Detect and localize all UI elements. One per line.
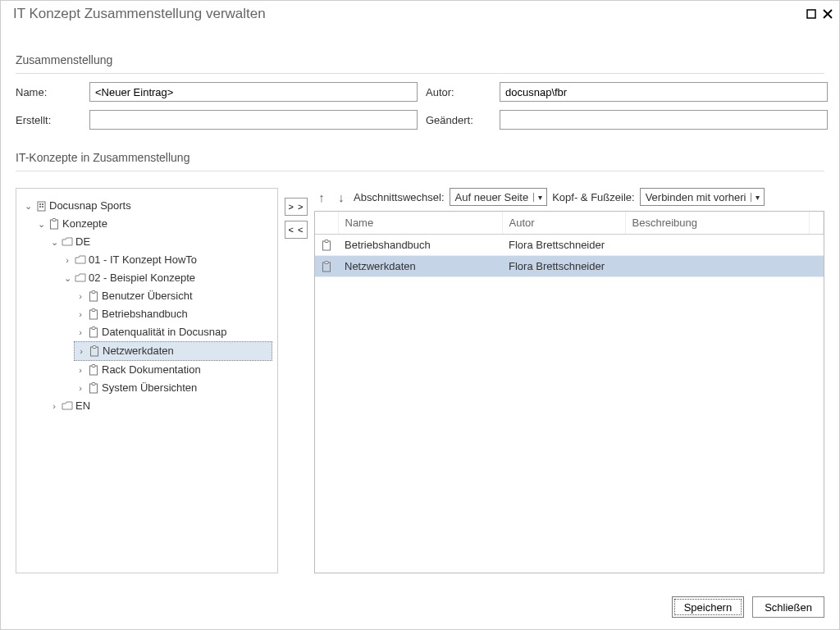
header-footer-combo[interactable]: Verbinden mit vorheri ▾ (640, 188, 765, 206)
svg-rect-25 (325, 261, 328, 263)
name-input[interactable] (89, 82, 418, 102)
tree-label: Betriebshandbuch (102, 305, 188, 323)
tree-folder-02[interactable]: ⌄ 02 - Beispiel Konzepte (61, 269, 272, 287)
chevron-down-icon[interactable]: ▾ (751, 193, 764, 202)
save-button[interactable]: Speichern (672, 596, 745, 618)
tree-item[interactable]: ›Benutzer Übersicht (74, 287, 272, 305)
tree-label: 01 - IT Konzept HowTo (89, 251, 197, 269)
tree-item[interactable]: ›System Übersichten (74, 379, 272, 397)
tree-item-selected[interactable]: ›Netzwerkdaten (74, 341, 272, 361)
clipboard-icon (322, 240, 331, 251)
chevron-down-icon[interactable]: ⌄ (36, 215, 46, 233)
col-spacer (810, 212, 824, 235)
svg-rect-0 (807, 10, 815, 18)
chevron-down-icon[interactable]: ⌄ (49, 233, 59, 251)
clipboard-icon (88, 326, 99, 338)
tree-en-folder[interactable]: › EN (48, 397, 272, 415)
chevron-right-icon[interactable]: › (49, 397, 59, 415)
svg-rect-13 (92, 309, 95, 312)
chevron-down-icon[interactable]: ⌄ (23, 197, 33, 215)
section-concepts-label: IT-Konzepte in Zusammenstellung (1, 149, 839, 167)
tree-item[interactable]: ›Datenqualität in Docusnap (74, 323, 272, 341)
tree-item[interactable]: ›Betriebshandbuch (74, 305, 272, 323)
clipboard-icon (88, 382, 99, 394)
clipboard-icon (88, 290, 99, 302)
created-input[interactable] (89, 110, 418, 130)
tree-label: System Übersichten (102, 379, 197, 397)
tree-de-folder[interactable]: ⌄ DE (48, 233, 272, 251)
chevron-right-icon[interactable]: › (75, 287, 85, 305)
svg-rect-21 (92, 383, 95, 386)
chevron-right-icon[interactable]: › (76, 342, 86, 360)
close-button[interactable]: Schließen (752, 596, 824, 618)
author-input[interactable] (500, 82, 828, 102)
tree-label: Netzwerkdaten (103, 342, 174, 360)
table-row-selected[interactable]: Netzwerkdaten Flora Brettschneider (315, 256, 824, 277)
col-author[interactable]: Autor (502, 212, 625, 235)
svg-rect-17 (93, 346, 96, 349)
svg-rect-4 (39, 203, 41, 205)
clipboard-icon (322, 261, 331, 272)
add-button[interactable]: > > (285, 198, 308, 216)
close-icon[interactable] (823, 9, 833, 19)
table-row[interactable]: Betriebshandbuch Flora Brettschneider (315, 235, 824, 256)
cell-name: Betriebshandbuch (338, 235, 502, 256)
tree-label: EN (75, 397, 90, 415)
section-break-label: Abschnittswechsel: (354, 191, 445, 203)
chevron-down-icon[interactable]: ▾ (533, 193, 546, 202)
svg-rect-19 (92, 365, 95, 368)
section-compilation-label: Zusammenstellung (1, 52, 839, 70)
section-break-combo[interactable]: Auf neuer Seite ▾ (450, 188, 548, 206)
svg-rect-5 (42, 203, 43, 205)
tree-label: 02 - Beispiel Konzepte (89, 269, 195, 287)
selection-grid[interactable]: Name Autor Beschreibung Betriebshandbuch… (314, 211, 824, 573)
concept-tree[interactable]: ⌄ Docusnap Sports ⌄ Konzepte (16, 188, 278, 573)
svg-rect-7 (42, 206, 43, 208)
clipboard-icon (89, 345, 100, 357)
chevron-right-icon[interactable]: › (75, 361, 85, 379)
building-icon (35, 200, 47, 212)
chevron-right-icon[interactable]: › (62, 251, 72, 269)
window-title: IT Konzept Zusammenstellung verwalten (7, 6, 806, 22)
move-down-icon[interactable]: ↓ (334, 189, 349, 204)
move-up-icon[interactable]: ↑ (314, 189, 329, 204)
header-footer-label: Kopf- & Fußzeile: (552, 191, 634, 203)
cell-desc (625, 235, 810, 256)
tree-folder-01[interactable]: › 01 - IT Konzept HowTo (61, 251, 272, 269)
col-name[interactable]: Name (338, 212, 502, 235)
cell-author: Flora Brettschneider (502, 256, 625, 277)
chevron-right-icon[interactable]: › (75, 379, 85, 397)
tree-root[interactable]: ⌄ Docusnap Sports (21, 197, 272, 215)
combo-value: Auf neuer Seite (450, 191, 534, 203)
combo-value: Verbinden mit vorheri (641, 191, 751, 203)
svg-rect-23 (325, 240, 328, 242)
clipboard-icon (48, 218, 60, 230)
folder-icon (75, 254, 86, 266)
svg-rect-3 (38, 202, 45, 211)
tree-label: Datenqualität in Docusnap (102, 323, 227, 341)
chevron-down-icon[interactable]: ⌄ (62, 269, 72, 287)
tree-label: DE (75, 233, 90, 251)
author-label: Autor: (426, 86, 491, 98)
chevron-right-icon[interactable]: › (75, 305, 85, 323)
chevron-right-icon[interactable]: › (75, 323, 85, 341)
cell-desc (625, 256, 810, 277)
maximize-icon[interactable] (806, 9, 816, 19)
tree-label: Konzepte (62, 215, 107, 233)
tree-label: Docusnap Sports (49, 197, 131, 215)
cell-author: Flora Brettschneider (502, 235, 625, 256)
cell-name: Netzwerkdaten (338, 256, 502, 277)
created-label: Erstellt: (16, 114, 81, 126)
tree-item[interactable]: ›Rack Dokumentation (74, 361, 272, 379)
folder-open-icon (75, 272, 86, 284)
tree-label: Rack Dokumentation (102, 361, 201, 379)
remove-button[interactable]: < < (285, 221, 308, 239)
modified-input[interactable] (500, 110, 828, 130)
tree-concepts[interactable]: ⌄ Konzepte (34, 215, 272, 233)
col-desc[interactable]: Beschreibung (625, 212, 810, 235)
svg-rect-6 (39, 206, 41, 208)
clipboard-icon (88, 364, 99, 376)
svg-rect-9 (52, 219, 56, 221)
clipboard-icon (88, 308, 99, 320)
tree-label: Benutzer Übersicht (102, 287, 193, 305)
